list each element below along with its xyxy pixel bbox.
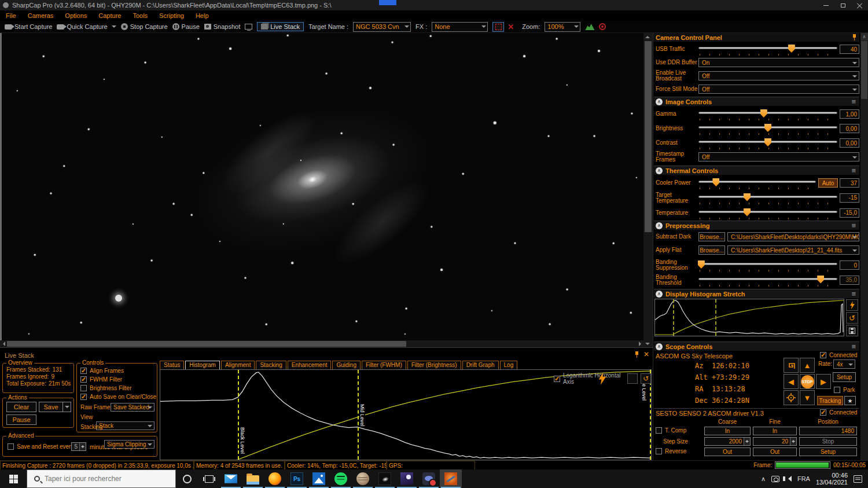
apply-flat-path-select[interactable]: C:\Users\SharkFleet\Desktop\21_21_44.fit… bbox=[727, 245, 859, 255]
slider-thumb[interactable] bbox=[788, 45, 795, 53]
scope-connected-checkbox[interactable]: Connected bbox=[820, 352, 857, 358]
spiral-search-button[interactable] bbox=[784, 358, 799, 373]
section-menu-icon[interactable]: ≡ bbox=[851, 221, 856, 230]
subtract-dark-path-select[interactable]: C:\Users\SharkFleet\Desktop\darks\QHY290… bbox=[727, 232, 859, 241]
auto-save-checkbox[interactable]: Auto Save on Clear/Close bbox=[80, 394, 156, 400]
stacking-select[interactable]: Sigma Clipping bbox=[104, 440, 155, 449]
tcomp-checkbox[interactable]: T. Comp bbox=[656, 427, 686, 434]
menu-tools[interactable]: Tools bbox=[127, 12, 153, 19]
taskbar-app-photoshop[interactable]: Ps bbox=[286, 469, 308, 488]
tray-expand-icon[interactable]: ∧ bbox=[761, 475, 766, 483]
slider-thumb[interactable] bbox=[764, 138, 771, 146]
cooler-power-slider[interactable] bbox=[698, 177, 816, 189]
scroll-up-arrow[interactable]: ∧ bbox=[860, 33, 868, 41]
live-broadcast-select[interactable]: Off bbox=[698, 71, 859, 80]
raw-frames-select[interactable]: Save Stacked bbox=[111, 403, 155, 412]
taskbar-app-firefox[interactable] bbox=[264, 469, 286, 488]
slew-up-button[interactable]: ▲ bbox=[800, 358, 815, 373]
tracking-button[interactable]: Tracking bbox=[817, 396, 843, 405]
quick-capture-button[interactable]: Quick Capture bbox=[57, 23, 116, 30]
slider-thumb[interactable] bbox=[698, 260, 705, 269]
coarse-step-spinner[interactable]: 2000 bbox=[704, 437, 751, 446]
menu-file[interactable]: File bbox=[0, 12, 22, 19]
slider-track[interactable] bbox=[698, 112, 837, 114]
auto-stretch-button[interactable] bbox=[846, 299, 858, 311]
section-menu-icon[interactable]: ≡ bbox=[851, 289, 856, 298]
taskbar-search[interactable] bbox=[27, 469, 176, 488]
scroll-up-arrow[interactable] bbox=[644, 33, 651, 40]
save-dropdown-button[interactable] bbox=[62, 402, 71, 412]
scrollbar-thumb[interactable] bbox=[7, 341, 406, 347]
display-capture-button[interactable] bbox=[245, 24, 252, 30]
goto-star-button[interactable]: ★ bbox=[844, 396, 856, 405]
tab-stacking[interactable]: Stacking bbox=[256, 361, 286, 370]
gamma-value[interactable]: 1,00 bbox=[840, 109, 859, 119]
speaker-icon[interactable] bbox=[785, 476, 792, 482]
taskbar-app-mail[interactable] bbox=[220, 469, 242, 488]
taskbar-app-photos[interactable] bbox=[308, 469, 330, 488]
vertical-scrollbar[interactable] bbox=[643, 33, 653, 347]
fx-select[interactable]: None bbox=[432, 22, 488, 32]
tab-histogram[interactable]: Histogram bbox=[185, 361, 220, 370]
reverse-checkbox[interactable]: Reverse bbox=[656, 448, 686, 454]
section-menu-icon[interactable]: ≡ bbox=[851, 97, 856, 106]
stretch-black-level-line[interactable] bbox=[673, 299, 674, 336]
slider-thumb[interactable] bbox=[817, 276, 824, 284]
start-button[interactable] bbox=[0, 469, 27, 488]
focuser-out-fine-button[interactable]: Out bbox=[753, 447, 797, 456]
save-stretch-button[interactable] bbox=[846, 325, 858, 336]
pin-icon[interactable] bbox=[634, 351, 639, 358]
banding-suppression-slider[interactable] bbox=[698, 259, 837, 271]
slider-track[interactable] bbox=[698, 211, 837, 213]
taskbar-app-sharpcap[interactable] bbox=[440, 469, 462, 488]
taskbar-app-explorer[interactable] bbox=[242, 469, 264, 488]
fine-step-spinner[interactable]: 20 bbox=[753, 437, 797, 446]
save-reset-checkbox[interactable]: Save and Reset every bbox=[8, 443, 73, 450]
preprocessing-header[interactable]: ∧ Preprocessing ≡ bbox=[654, 221, 859, 230]
reset-stretch-button[interactable]: ↺ bbox=[846, 312, 858, 324]
task-view-button[interactable] bbox=[198, 469, 220, 488]
scrollbar-thumb[interactable] bbox=[861, 41, 867, 99]
selection-area-button[interactable] bbox=[492, 22, 504, 32]
collapse-icon[interactable]: ∧ bbox=[656, 343, 663, 350]
panel-scrollbar[interactable]: ∧ bbox=[860, 33, 868, 460]
scroll-right-arrow[interactable] bbox=[637, 340, 643, 347]
subtract-dark-browse-button[interactable]: Browse... bbox=[698, 232, 725, 241]
image-controls-header[interactable]: ∧ Image Controls ≡ bbox=[654, 97, 859, 106]
reticle-button[interactable] bbox=[599, 23, 606, 30]
image-canvas[interactable] bbox=[0, 33, 643, 340]
display-tray-icon[interactable] bbox=[771, 476, 779, 482]
focuser-connected-checkbox[interactable]: Connected bbox=[820, 409, 857, 416]
stretch-histogram[interactable] bbox=[654, 299, 844, 336]
slider-thumb[interactable] bbox=[764, 124, 771, 132]
slider-thumb[interactable] bbox=[744, 193, 751, 201]
slew-right-button[interactable]: ▶ bbox=[816, 374, 831, 389]
save-button[interactable]: Save bbox=[39, 402, 63, 412]
black-level-line[interactable] bbox=[238, 370, 239, 460]
auto-stretch-button[interactable] bbox=[627, 373, 638, 384]
slider-track[interactable] bbox=[698, 47, 837, 49]
section-menu-icon[interactable]: ≡ bbox=[851, 342, 856, 351]
timestamp-frames-select[interactable]: Off bbox=[698, 152, 859, 162]
align-frames-checkbox[interactable]: Align Frames bbox=[80, 368, 124, 374]
section-menu-icon[interactable]: ≡ bbox=[851, 166, 856, 175]
slider-thumb[interactable] bbox=[760, 109, 767, 118]
stretch-mid-level-line[interactable] bbox=[715, 299, 716, 336]
brightness-slider[interactable] bbox=[698, 122, 837, 135]
menu-scripting[interactable]: Scripting bbox=[153, 12, 190, 19]
tab-drift-graph[interactable]: Drift Graph bbox=[462, 361, 499, 370]
stop-capture-button[interactable]: Stop Capture bbox=[121, 23, 168, 30]
maximize-button[interactable] bbox=[834, 0, 851, 10]
menu-capture[interactable]: Capture bbox=[93, 12, 127, 19]
stack-histogram-plot[interactable]: Black Level Mid Level White Level Logari… bbox=[160, 369, 652, 460]
histogram-button[interactable] bbox=[585, 23, 594, 30]
menu-options[interactable]: Options bbox=[59, 12, 93, 19]
cooler-auto-button[interactable]: Auto bbox=[818, 178, 838, 188]
view-select[interactable]: Stack bbox=[96, 421, 155, 430]
scrollbar-thumb[interactable] bbox=[645, 41, 652, 232]
scope-setup-button[interactable]: Setup bbox=[833, 372, 856, 382]
tab-guiding[interactable]: Guiding bbox=[332, 361, 360, 370]
scope-controls-header[interactable]: ∧ Scope Controls ≡ bbox=[654, 342, 859, 351]
brightness-filter-checkbox[interactable]: Brightness Filter bbox=[80, 385, 131, 391]
pin-icon[interactable] bbox=[852, 34, 857, 41]
